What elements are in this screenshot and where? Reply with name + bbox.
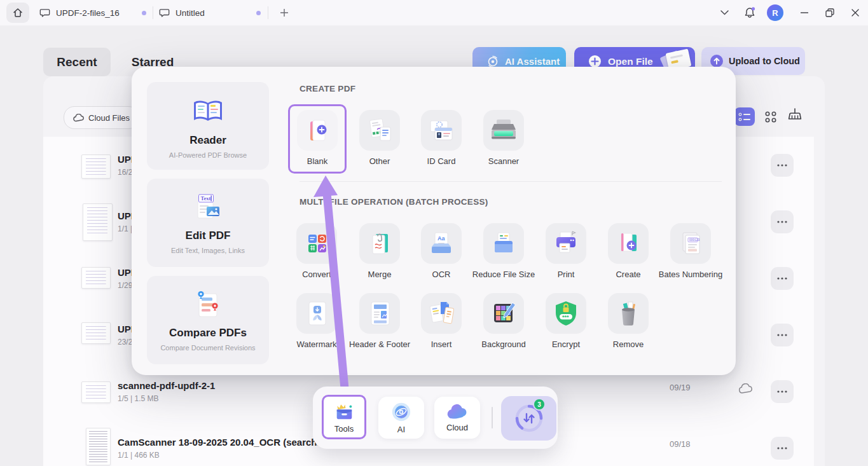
tool-background[interactable]: Background: [473, 293, 534, 349]
new-tab-button[interactable]: [273, 0, 295, 25]
tab-recent[interactable]: Recent: [43, 48, 111, 76]
tool-id-card[interactable]: ID Card: [411, 110, 472, 166]
tool-label: Header & Footer: [349, 339, 410, 349]
tool-watermark[interactable]: Watermark: [286, 293, 347, 349]
tab-separator: [268, 6, 268, 19]
tools-modal: Reader AI-Powered PDF Browse Text Edit P…: [132, 67, 736, 375]
tool-insert[interactable]: Insert: [411, 293, 472, 349]
tool-ocr[interactable]: Aa OCR: [411, 223, 472, 279]
tool-label: Other: [369, 156, 390, 166]
dock-cloud-label: Cloud: [446, 423, 468, 432]
tool-label: ID Card: [427, 156, 456, 166]
svg-text:000123: 000123: [689, 238, 700, 242]
tool-label: Create: [616, 270, 640, 279]
row-more-button[interactable]: [771, 154, 794, 177]
unsaved-dot: [256, 11, 261, 15]
ellipsis-icon: [777, 390, 787, 393]
restore-button[interactable]: [819, 0, 841, 25]
minimize-button[interactable]: [794, 0, 815, 25]
card-title: Compare PDFs: [169, 327, 247, 339]
card-subtitle: AI-Powered PDF Browse: [169, 151, 247, 159]
card-title: Edit PDF: [186, 230, 231, 242]
edit-pdf-card[interactable]: Text Edit PDF Edit Text, Images, Links: [147, 179, 269, 267]
file-date: 09/18: [670, 439, 691, 449]
create-icon: [614, 230, 642, 257]
ai-assistant-label: AI Assistant: [505, 56, 560, 67]
dropdown-chevron-button[interactable]: [713, 0, 735, 25]
tool-label: OCR: [432, 270, 451, 279]
cloud-sync-icon[interactable]: [738, 383, 752, 394]
restore-icon: [825, 8, 834, 17]
tool-scanner[interactable]: Scanner: [473, 110, 534, 166]
dock-ai-button[interactable]: AI: [378, 397, 424, 439]
file-meta: 1/1 |: [118, 224, 132, 233]
document-tab-2[interactable]: Untitled: [156, 0, 266, 25]
dock-cloud-button[interactable]: Cloud: [434, 397, 480, 439]
avatar[interactable]: R: [767, 4, 783, 21]
clear-list-button[interactable]: [786, 107, 804, 126]
home-button[interactable]: [6, 3, 29, 23]
tab-separator: [153, 6, 153, 19]
header-footer-icon: [366, 299, 394, 327]
tool-header-footer[interactable]: Header & Footer: [349, 293, 410, 349]
ellipsis-icon: [777, 447, 787, 449]
id-card-icon: [427, 116, 456, 144]
ocr-icon: Aa: [427, 230, 456, 257]
file-thumbnail: [81, 381, 111, 403]
tool-encrypt[interactable]: *** Encrypt: [535, 293, 596, 349]
document-tab-1[interactable]: UPDF-2-files_16: [37, 0, 151, 25]
row-more-button[interactable]: [771, 380, 794, 403]
unsaved-dot: [142, 11, 146, 15]
broom-icon: [787, 107, 803, 125]
other-icon: [366, 116, 394, 144]
tool-reduce-file-size[interactable]: Reduce File Size: [473, 223, 534, 279]
tool-other[interactable]: Other: [349, 110, 410, 166]
compare-pdfs-card[interactable]: Compare PDFs Compare Document Revisions: [147, 276, 269, 364]
tool-blank[interactable]: Blank: [287, 110, 348, 166]
chevron-down-icon: [720, 10, 729, 15]
plus-icon: [280, 8, 289, 17]
transfer-count-badge: 3: [533, 398, 546, 411]
tool-label: Watermark: [296, 339, 336, 349]
dock-transfer-button[interactable]: 3: [501, 396, 556, 441]
cloud-files-button[interactable]: Cloud Files: [64, 106, 139, 129]
grid-view-button[interactable]: [762, 109, 779, 125]
bottom-dock: Tools AI Cloud: [313, 387, 558, 449]
row-more-button[interactable]: [771, 267, 794, 290]
tool-bates-numbering[interactable]: 000123 Bates Numbering: [660, 223, 721, 279]
list-view-button[interactable]: [734, 107, 755, 126]
file-name: scanned-pdf-updf-2-1: [118, 380, 215, 391]
insert-icon: [427, 299, 456, 327]
tool-convert[interactable]: Convert: [286, 223, 347, 279]
file-meta: 1/29: [118, 281, 132, 290]
reader-card[interactable]: Reader AI-Powered PDF Browse: [147, 82, 269, 170]
close-button[interactable]: [844, 0, 866, 25]
tool-label: Bates Numbering: [659, 270, 722, 279]
close-icon: [851, 9, 859, 17]
tool-label: Encrypt: [552, 339, 580, 349]
merge-icon: [366, 230, 394, 257]
tool-label: Insert: [431, 339, 452, 349]
notifications-button[interactable]: [739, 0, 761, 25]
tool-create[interactable]: Create: [598, 223, 659, 279]
row-more-button[interactable]: [771, 437, 794, 460]
home-icon: [12, 7, 24, 18]
tool-print[interactable]: Print: [535, 223, 596, 279]
row-more-button[interactable]: [771, 210, 794, 233]
updf-home-window: UPDF-2-files_16 Untitled: [0, 0, 868, 466]
tool-label: Print: [558, 270, 575, 279]
tool-remove[interactable]: Remove: [598, 293, 659, 349]
ai-icon: [390, 401, 412, 423]
tab-title: UPDF-2-files_16: [56, 8, 120, 18]
create-pdf-header: CREATE PDF: [300, 84, 355, 93]
dock-ai-label: AI: [397, 425, 405, 434]
watermark-icon: [303, 299, 331, 327]
cloud-icon: [445, 403, 469, 421]
plus-circle-icon: [588, 55, 602, 68]
blank-icon: [303, 116, 331, 144]
row-more-button[interactable]: [771, 324, 794, 346]
ellipsis-icon: [777, 164, 787, 167]
tool-label: Remove: [613, 339, 644, 349]
dock-tools-button[interactable]: Tools: [322, 395, 366, 439]
tool-merge[interactable]: Merge: [349, 223, 410, 279]
